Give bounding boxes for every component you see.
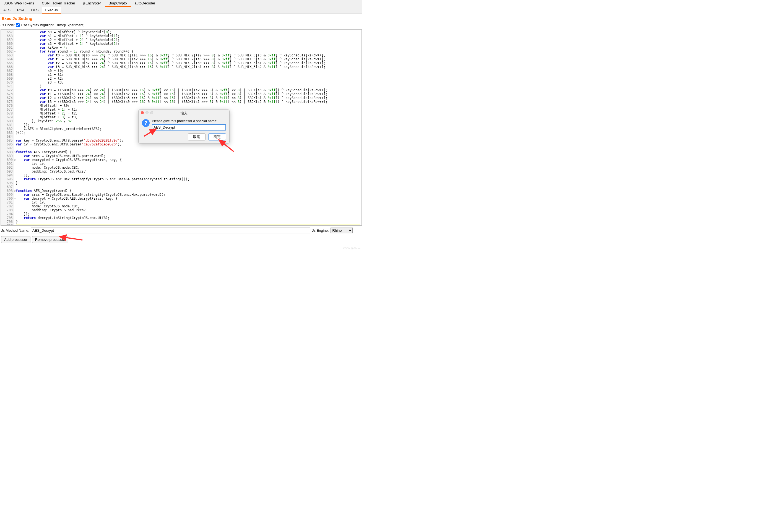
- main-tab-burpcrypto[interactable]: BurpCrypto: [105, 0, 131, 7]
- engine-label: Js Engine:: [312, 228, 329, 233]
- page-title: Exec Js Setting: [0, 14, 362, 22]
- line-gutter: 6576586596606616626636646656666676686696…: [1, 30, 14, 225]
- input-dialog: 输入 ? Please give this processor a specia…: [138, 109, 230, 144]
- buttons-row: Add processor Remove processor: [0, 235, 362, 244]
- sub-tab-rsa[interactable]: RSA: [14, 7, 28, 14]
- remove-processor-button[interactable]: Remove processor: [32, 236, 68, 243]
- option-row: Js Code: Use Syntax highlight Editor(Exp…: [0, 22, 362, 29]
- main-tab-jsencrypter[interactable]: jsEncrypter: [79, 0, 105, 7]
- cancel-button[interactable]: 取消: [188, 133, 205, 140]
- minimize-icon: [145, 111, 149, 114]
- ok-button[interactable]: 确定: [208, 133, 226, 140]
- add-processor-button[interactable]: Add processor: [1, 236, 30, 243]
- sub-tab-des[interactable]: DES: [28, 7, 42, 14]
- sub-tabs: AESRSADESExec Js: [0, 7, 362, 14]
- syntax-highlight-checkbox[interactable]: [16, 23, 20, 27]
- syntax-highlight-label: Use Syntax highlight Editor(Experiment): [21, 23, 85, 27]
- main-tab-autodecoder[interactable]: autoDecoder: [131, 0, 159, 7]
- main-tab-json-web-tokens[interactable]: JSON Web Tokens: [0, 0, 38, 7]
- main-tabs: JSON Web TokensCSRF Token TrackerjsEncry…: [0, 0, 362, 7]
- bottom-controls: Js Method Name: Js Engine: Rhino: [0, 226, 362, 235]
- js-code-label: Js Code:: [1, 23, 15, 27]
- watermark: CSDN @GhoAd: [343, 247, 361, 250]
- dialog-title: 输入: [180, 111, 188, 115]
- maximize-icon: [150, 111, 153, 114]
- engine-select[interactable]: Rhino: [331, 228, 353, 233]
- processor-name-input[interactable]: [152, 124, 226, 131]
- method-name-label: Js Method Name:: [1, 228, 29, 233]
- question-icon: ?: [142, 119, 150, 127]
- sub-tab-exec-js[interactable]: Exec Js: [42, 7, 61, 14]
- dialog-prompt: Please give this processor a special nam…: [152, 119, 226, 123]
- main-tab-csrf-token-tracker[interactable]: CSRF Token Tracker: [38, 0, 79, 7]
- close-icon[interactable]: [141, 111, 144, 114]
- dialog-title-bar: 输入: [139, 110, 229, 117]
- sub-tab-aes[interactable]: AES: [0, 7, 14, 14]
- method-name-input[interactable]: [31, 228, 310, 233]
